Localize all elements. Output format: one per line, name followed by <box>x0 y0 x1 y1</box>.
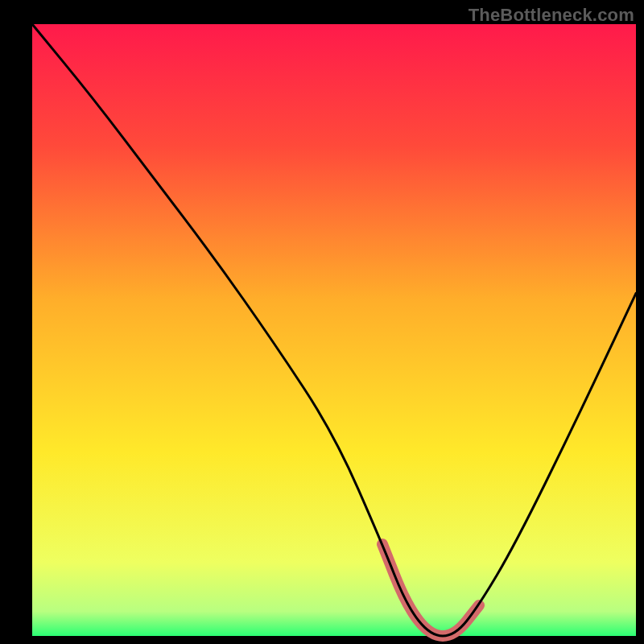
bottleneck-chart <box>0 0 644 644</box>
chart-stage: TheBottleneck.com <box>0 0 644 644</box>
plot-background <box>32 24 636 636</box>
attribution-label: TheBottleneck.com <box>469 5 634 26</box>
